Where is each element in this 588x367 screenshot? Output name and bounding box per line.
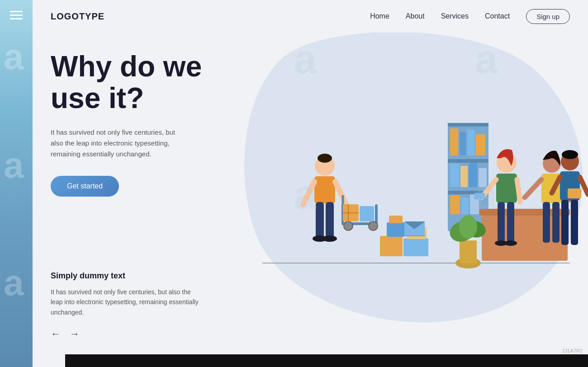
corner-watermark: 2J1A7R2	[562, 348, 583, 353]
main-watermark-2: a	[475, 36, 498, 83]
svg-rect-10	[460, 166, 468, 187]
bottom-title: Simply dummy text	[51, 271, 204, 281]
svg-rect-42	[380, 236, 403, 256]
hero-content: Why do we use it? It has survived not on…	[51, 51, 223, 197]
sidebar: a a a	[0, 0, 33, 367]
svg-rect-46	[389, 216, 403, 223]
svg-rect-63	[543, 202, 550, 243]
svg-rect-51	[496, 174, 517, 203]
watermark-a2: a	[4, 145, 24, 186]
main-watermark-4: a	[475, 172, 498, 218]
main-watermark-3: a	[294, 172, 317, 218]
signup-button[interactable]: Sign up	[526, 9, 570, 24]
svg-point-66	[562, 150, 578, 159]
svg-rect-43	[403, 238, 428, 256]
hero-title: Why do we use it?	[51, 51, 223, 114]
svg-rect-44	[387, 222, 405, 237]
svg-rect-71	[571, 200, 578, 245]
svg-rect-8	[475, 134, 485, 155]
svg-rect-14	[461, 198, 469, 214]
watermark-a3: a	[4, 262, 24, 304]
svg-rect-13	[450, 195, 460, 214]
svg-rect-2	[448, 123, 488, 127]
svg-point-22	[459, 215, 477, 239]
svg-point-24	[318, 154, 332, 163]
svg-line-53	[517, 179, 520, 202]
svg-point-31	[322, 235, 337, 242]
watermark-a1: a	[4, 36, 24, 78]
next-arrow-button[interactable]: →	[70, 328, 80, 340]
main-watermark-1: a	[294, 36, 317, 83]
logo: LOGOTYPE	[51, 11, 104, 22]
menu-icon[interactable]	[10, 11, 23, 19]
nav-services[interactable]: Services	[441, 12, 469, 20]
svg-point-36	[344, 221, 353, 231]
nav-about[interactable]: About	[406, 12, 425, 20]
svg-rect-28	[316, 202, 324, 238]
nav-arrows: ← →	[51, 328, 204, 340]
svg-rect-5	[450, 128, 458, 155]
svg-point-37	[369, 221, 378, 231]
svg-rect-72	[568, 188, 581, 198]
svg-rect-39	[360, 206, 374, 221]
svg-rect-7	[467, 130, 474, 155]
hero-description: It has survived not only five centuries,…	[51, 127, 186, 160]
bottom-description: It has survived not only five centuries,…	[51, 287, 204, 317]
prev-arrow-button[interactable]: ←	[51, 328, 61, 340]
svg-rect-9	[450, 164, 459, 187]
bottom-strip	[65, 354, 588, 367]
svg-rect-70	[561, 200, 569, 245]
main-content: a a a a LOGOTYPE Home About Services Con…	[33, 0, 588, 367]
nav-contact[interactable]: Contact	[485, 12, 510, 20]
nav-home[interactable]: Home	[370, 12, 389, 20]
svg-rect-19	[460, 240, 477, 263]
svg-rect-55	[507, 202, 514, 243]
header: LOGOTYPE Home About Services Contact Sig…	[33, 0, 588, 33]
svg-rect-29	[326, 202, 334, 238]
svg-rect-25	[314, 176, 335, 203]
svg-point-57	[504, 240, 517, 246]
navigation: Home About Services Contact Sign up	[370, 9, 570, 24]
svg-rect-6	[460, 132, 466, 155]
svg-rect-3	[448, 159, 488, 163]
get-started-button[interactable]: Get started	[51, 176, 119, 197]
svg-rect-54	[498, 202, 505, 243]
bottom-section: Simply dummy text It has survived not on…	[51, 271, 204, 340]
blob-illustration	[226, 33, 588, 340]
svg-rect-64	[552, 202, 560, 243]
